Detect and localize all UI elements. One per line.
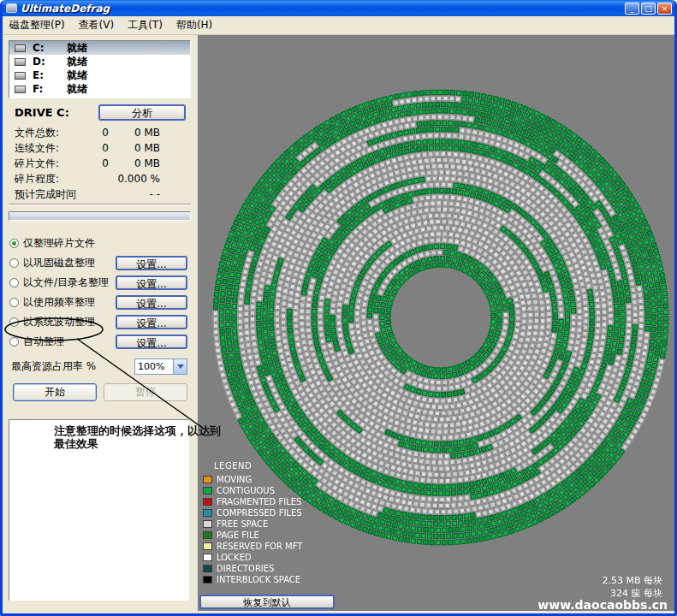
- color-swatch: [203, 576, 212, 583]
- stat-label: 碎片程度:: [15, 172, 90, 187]
- close-button[interactable]: ×: [657, 3, 672, 15]
- legend-label: LOCKED: [217, 553, 252, 562]
- drive-letter: D:: [33, 56, 67, 68]
- drive-letter: E:: [33, 69, 67, 81]
- legend-item-fragmented: FRAGMENTED FILES: [203, 496, 302, 507]
- settings-button-volatility[interactable]: 设置...: [116, 315, 187, 329]
- option-label: 仅整理碎片文件: [23, 236, 187, 251]
- menu-tools[interactable]: 工具(T): [121, 15, 169, 35]
- option-auto[interactable]: 自动整理 设置...: [3, 332, 198, 352]
- drive-letter: C:: [33, 42, 67, 54]
- main-content: C: 就绪 D: 就绪 E: 就绪 F: 就绪: [3, 35, 674, 611]
- radio-icon[interactable]: [9, 298, 19, 307]
- app-icon: [6, 3, 17, 13]
- stat-label: 碎片文件:: [15, 157, 90, 171]
- drive-stats: 文件总数: 0 0 MB 连续文件: 0 0 MB 碎片文件: 0 0 MB 碎…: [3, 125, 198, 202]
- legend-label: COMPRESSED FILES: [217, 508, 302, 518]
- menu-help[interactable]: 帮助(H): [169, 15, 219, 35]
- control-panel: C: 就绪 D: 就绪 E: 就绪 F: 就绪: [3, 35, 198, 611]
- window-title: UltimateDefrag: [21, 3, 625, 15]
- status-list-box: [9, 419, 189, 601]
- radio-icon[interactable]: [9, 258, 19, 268]
- legend-item-directories: DIRECTORIES: [203, 563, 302, 574]
- legend-item-locked: LOCKED: [203, 552, 302, 563]
- resource-usage-row: 最高资源占用率 % 100%: [3, 358, 198, 375]
- option-label: 以系统波动整理: [23, 315, 116, 329]
- legend-item-moving: MOVING: [203, 474, 302, 485]
- drive-icon: [15, 58, 26, 66]
- color-swatch: [203, 476, 212, 483]
- option-fragmented-only[interactable]: 仅整理碎片文件: [3, 234, 198, 253]
- drive-row-d[interactable]: D: 就绪: [9, 55, 190, 68]
- stat-size: 0 MB: [109, 157, 160, 169]
- restore-default-button[interactable]: 恢复到默认: [199, 595, 335, 609]
- stat-size: 0 MB: [109, 127, 160, 139]
- option-by-filename[interactable]: 以文件/目录名整理 设置...: [3, 273, 198, 293]
- color-swatch: [203, 531, 212, 539]
- defrag-method-options: 仅整理碎片文件 以巩固磁盘整理 设置... 以文件/目录名整理 设置... 以使…: [3, 234, 198, 352]
- minimize-button[interactable]: _: [625, 3, 639, 15]
- maximize-button[interactable]: □: [641, 3, 656, 15]
- drive-row-e[interactable]: E: 就绪: [9, 68, 190, 82]
- resource-usage-label: 最高资源占用率 %: [11, 359, 134, 374]
- stat-size: - -: [109, 188, 160, 200]
- start-button[interactable]: 开始: [13, 383, 97, 401]
- stat-label: 文件总数:: [15, 126, 90, 140]
- stat-size: 0 MB: [109, 142, 160, 154]
- window-controls: _ □ ×: [625, 3, 672, 15]
- legend-label: MOVING: [217, 475, 252, 484]
- resource-usage-value: 100%: [135, 361, 173, 372]
- drive-icon: [15, 44, 26, 52]
- settings-button-filename[interactable]: 设置...: [116, 275, 187, 290]
- legend-title: LEGEND: [214, 461, 302, 471]
- radio-icon[interactable]: [9, 278, 19, 287]
- stat-estimated-time: 预计完成时间 - -: [15, 187, 198, 202]
- drive-status: 就绪: [67, 82, 87, 97]
- pause-button[interactable]: 暂停: [104, 383, 187, 401]
- legend-label: FRAGMENTED FILES: [217, 497, 301, 506]
- option-label: 自动整理: [23, 335, 116, 349]
- title-bar: UltimateDefrag _ □ ×: [3, 0, 674, 16]
- legend-item-contiguous: CONTIGUOUS: [203, 485, 302, 496]
- selected-drive-label: DRIVE C:: [15, 106, 98, 119]
- drive-letter: F:: [33, 83, 67, 95]
- drive-icon: [15, 72, 26, 80]
- option-label: 以文件/目录名整理: [23, 275, 116, 290]
- drive-row-f[interactable]: F: 就绪: [9, 82, 190, 96]
- drive-icon: [15, 86, 26, 93]
- stat-count: 0: [90, 157, 109, 169]
- analyze-button[interactable]: 分析: [98, 104, 186, 121]
- drive-row-c[interactable]: C: 就绪: [9, 41, 190, 55]
- chevron-down-icon[interactable]: [173, 359, 187, 374]
- stat-size: 0.000 %: [109, 173, 160, 185]
- radio-icon[interactable]: [9, 317, 19, 327]
- resource-usage-select[interactable]: 100%: [134, 358, 187, 375]
- radio-icon[interactable]: [9, 337, 19, 346]
- color-swatch: [203, 554, 212, 561]
- progress-bar: [9, 211, 191, 221]
- option-consolidate[interactable]: 以巩固磁盘整理 设置...: [3, 253, 198, 273]
- stat-contiguous-files: 连续文件: 0 0 MB: [15, 140, 198, 156]
- drive-status: 就绪: [67, 55, 87, 69]
- legend-label: CONTIGUOUS: [217, 486, 275, 495]
- menu-disk-defrag[interactable]: 磁盘整理(P): [3, 15, 72, 35]
- legend-label: PAGE FILE: [217, 530, 259, 540]
- option-by-volatility[interactable]: 以系统波动整理 设置...: [3, 312, 198, 332]
- color-swatch: [203, 487, 212, 495]
- block-size-mb: 2.53 MB 每块: [602, 574, 662, 587]
- block-info: 2.53 MB 每块 324 簇 每块: [602, 574, 662, 600]
- color-swatch: [203, 565, 212, 572]
- drive-status: 就绪: [67, 68, 87, 83]
- settings-button-usage[interactable]: 设置...: [116, 295, 187, 310]
- legend-item-interblock: INTERBLOCK SPACE: [203, 574, 302, 585]
- settings-button-consolidate[interactable]: 设置...: [116, 256, 187, 270]
- stat-fragmented-files: 碎片文件: 0 0 MB: [15, 156, 198, 171]
- settings-button-auto[interactable]: 设置...: [116, 335, 187, 349]
- menu-view[interactable]: 查看(V): [72, 15, 122, 35]
- stat-total-files: 文件总数: 0 0 MB: [15, 125, 198, 140]
- radio-icon[interactable]: [9, 239, 19, 248]
- stat-fragmentation-level: 碎片程度: 0.000 %: [15, 171, 198, 187]
- legend-item-page-file: PAGE FILE: [203, 530, 302, 541]
- option-by-usage[interactable]: 以使用频率整理 设置...: [3, 293, 198, 312]
- menu-bar: 磁盘整理(P) 查看(V) 工具(T) 帮助(H): [3, 16, 674, 35]
